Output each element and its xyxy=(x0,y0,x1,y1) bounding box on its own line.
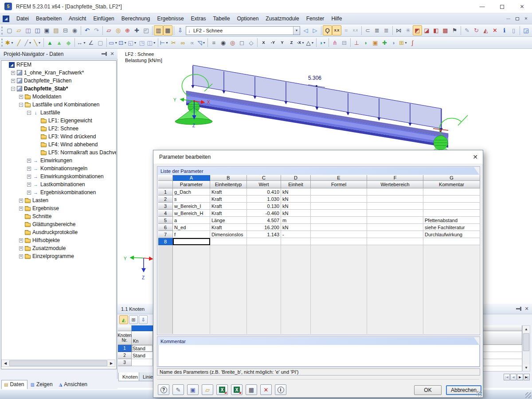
tree-item-ergebniskombinationen[interactable]: +→Ergebniskombinationen xyxy=(1,188,116,196)
tree-item-hilfsobjekte[interactable]: +Hilfsobjekte xyxy=(1,236,116,244)
comment-textarea[interactable] xyxy=(158,345,480,367)
insert-surface-button[interactable]: ▭▼ xyxy=(108,38,118,48)
show-loads-button[interactable]: Ϙ xyxy=(323,25,332,35)
loadcase-combobox[interactable]: ↓LF2 - Schnee▼ xyxy=(186,26,300,35)
param-row-header[interactable]: 4 xyxy=(158,210,173,217)
param-cell-einheitentyp[interactable]: Dimensionslos xyxy=(210,231,247,238)
ok-button[interactable]: OK xyxy=(414,385,442,395)
param-cell-formel[interactable] xyxy=(311,210,367,217)
edit-comment-button[interactable]: ✎ xyxy=(172,384,184,395)
tree-item-schnitte[interactable]: Schnitte xyxy=(1,212,116,220)
table-header-right[interactable] xyxy=(483,331,522,345)
user-defined-view-button[interactable]: △▼ xyxy=(305,38,315,48)
param-cell-parameter[interactable]: g_Dach xyxy=(173,188,210,196)
new-document-button[interactable]: ▢ xyxy=(5,25,14,35)
knoten-typ-header[interactable]: Kn xyxy=(132,331,153,345)
extrude-object-button[interactable]: ◹▼ xyxy=(197,38,206,48)
insert-opening-button[interactable]: ⊡▼ xyxy=(118,38,127,48)
tree-item-einwirkungskombinationen[interactable]: +→Einwirkungskombinationen xyxy=(1,172,116,180)
show-result-diagrams-button[interactable]: ✚ xyxy=(380,38,389,48)
table-jump-button[interactable]: ⇩ xyxy=(139,315,148,324)
column-letter-F[interactable]: F xyxy=(367,175,423,181)
navigator-tab-daten[interactable]: ▤Daten xyxy=(1,380,27,389)
table-cell-right[interactable] xyxy=(483,359,522,366)
tree-expander-icon[interactable]: + xyxy=(27,159,31,163)
mdi-close-button[interactable]: ✕ xyxy=(523,16,529,22)
param-cell-kommentar[interactable]: Durchlaufwirkung xyxy=(423,231,480,238)
pick-mode-button[interactable]: ✚ xyxy=(132,25,141,35)
clipping-plane-button[interactable]: ⊟ xyxy=(340,38,349,48)
param-cell-formel[interactable] xyxy=(311,217,367,224)
param-row-header[interactable]: 6 xyxy=(158,224,173,231)
paste-button[interactable]: ▤ xyxy=(51,25,61,35)
view-solid-model-button[interactable]: ◻ xyxy=(237,38,246,48)
param-cell-wertebereich[interactable] xyxy=(367,203,423,210)
param-cell-parameter[interactable]: w_Bereich_I xyxy=(173,203,210,210)
delete-all-parameters-button[interactable]: ✕ xyxy=(260,384,272,395)
table-layout-grid-button[interactable]: ▦ xyxy=(163,25,172,35)
tree-item-rfem[interactable]: ◢RFEM xyxy=(1,61,116,69)
table-insert-row-button[interactable]: ⊞ xyxy=(129,315,138,324)
guide-object-button[interactable]: ✎ xyxy=(462,25,472,35)
dialog-close-button[interactable]: ✕ xyxy=(468,151,483,163)
param-cell-kommentar[interactable] xyxy=(423,196,480,203)
tree-item-lf4-wind-abhebend[interactable]: LF4: Wind abhebend xyxy=(1,141,116,149)
column-letter-B[interactable]: B xyxy=(210,175,247,181)
tree-expander-icon[interactable]: + xyxy=(11,71,15,75)
param-cell-formel[interactable] xyxy=(311,203,367,210)
param-cell-wert[interactable]: 16.200 xyxy=(247,224,281,231)
param-cell-kommentar[interactable] xyxy=(423,188,480,196)
param-cell-einheit[interactable]: kN xyxy=(281,196,311,203)
units-settings-button[interactable]: ▯ xyxy=(509,25,518,35)
column-header-formel[interactable]: Formel xyxy=(311,181,367,188)
tree-expander-icon[interactable]: − xyxy=(11,87,15,91)
workplane-xy-button[interactable]: ◩ xyxy=(413,25,422,35)
param-cell-wert[interactable]: 4.507 xyxy=(247,217,281,224)
param-cell-kommentar[interactable] xyxy=(423,203,480,210)
param-cell-einheit[interactable]: kN xyxy=(281,203,311,210)
param-cell-formel[interactable] xyxy=(311,231,367,238)
view-in-x-button[interactable]: X xyxy=(259,38,268,48)
next-table-button[interactable]: ▶ xyxy=(517,374,523,380)
mirror-copy-button[interactable]: ◭ xyxy=(481,25,490,35)
next-loadcase-button[interactable]: ▷ xyxy=(310,25,320,35)
tree-item-lf2-schnee[interactable]: LF2: Schnee xyxy=(1,125,116,133)
numbering-display-b-button[interactable]: ≣ xyxy=(382,25,391,35)
column-header-wertebereich[interactable]: Wertebereich xyxy=(367,181,423,188)
param-cell-parameter[interactable]: a xyxy=(173,217,210,224)
menu-item-datei[interactable]: Datei xyxy=(13,14,32,23)
param-cell-einheit[interactable] xyxy=(281,238,311,245)
copy-offset-button[interactable]: ◫▼ xyxy=(146,38,156,48)
zoom-by-window-button[interactable]: ◉ xyxy=(219,38,228,48)
tree-expander-icon[interactable]: + xyxy=(19,246,23,250)
set-load-direction-button[interactable]: ⇩ xyxy=(176,25,185,35)
insert-surface-support-button[interactable]: ◆ xyxy=(64,38,73,48)
previous-table-button[interactable]: ◀ xyxy=(510,374,516,380)
param-cell-wertebereich[interactable] xyxy=(367,238,423,245)
insert-line-button[interactable]: ╱ xyxy=(14,38,23,48)
menu-item-ansicht[interactable]: Ansicht xyxy=(65,14,90,23)
mdi-restore-button[interactable] xyxy=(514,16,520,22)
member-end-release-button[interactable]: ⊂ xyxy=(363,25,372,35)
insert-solid-box-button[interactable]: ◳ xyxy=(137,38,146,48)
tree-item-zusatzmodule[interactable]: +Zusatzmodule xyxy=(1,244,116,252)
param-cell-parameter[interactable] xyxy=(173,238,210,245)
tree-item-lf3-wind-drückend[interactable]: LF3: Wind drückend xyxy=(1,133,116,141)
tree-item-lastkombinationen[interactable]: +→Lastkombinationen xyxy=(1,180,116,188)
knoten-row-header[interactable]: 1 xyxy=(118,345,132,352)
param-cell-formel[interactable] xyxy=(311,238,367,245)
print-button[interactable]: ⊟ xyxy=(61,25,70,35)
param-cell-parameter[interactable]: f xyxy=(173,231,210,238)
show-result-values-button[interactable]: X.X xyxy=(351,25,360,35)
view-in-z-button[interactable]: Z xyxy=(287,38,296,48)
param-cell-einheit[interactable]: m xyxy=(281,217,311,224)
first-table-button[interactable]: |◀ xyxy=(504,374,510,380)
tree-item-lf5-normalkraft-aus-dachver[interactable]: LF5: Normalkraft aus Dachver xyxy=(1,149,116,156)
show-results-solids-button[interactable]: ▣ xyxy=(371,38,380,48)
object-properties-button[interactable]: ℹ xyxy=(500,25,509,35)
knoten-col-letter[interactable] xyxy=(118,325,132,331)
insert-member-button[interactable]: ╲▼ xyxy=(33,38,42,48)
tree-expander-icon[interactable]: + xyxy=(27,183,31,187)
tree-item-lastfälle[interactable]: −↓Lastfälle xyxy=(1,109,116,117)
table-pin-icon[interactable] xyxy=(514,305,521,313)
